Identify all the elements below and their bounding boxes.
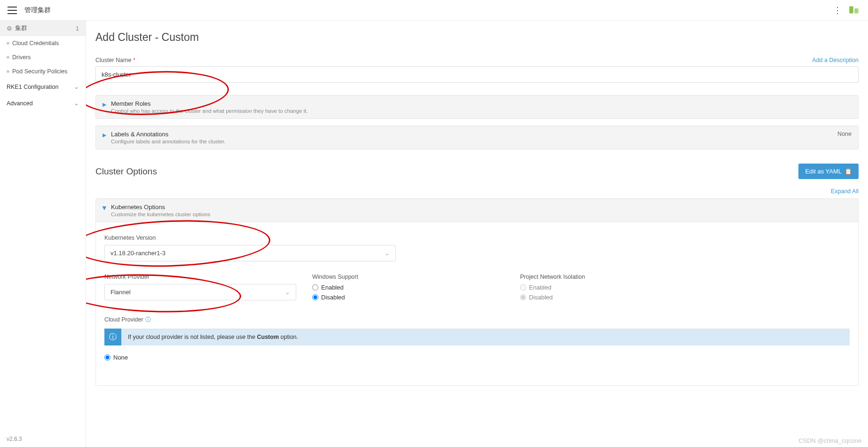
panel-subtitle: Configure labels and annotations for the… [111,139,226,144]
pni-label: Project Network Isolation [520,274,850,280]
windows-support-label: Windows Support [312,274,514,280]
windows-support-field: Windows Support Enabled Disabled [312,274,514,304]
kubernetes-version-label: Kubernetes Version [104,235,850,241]
panel-title: Kubernetes Options [111,204,210,211]
sidebar-label: Drivers [12,54,31,61]
windows-disabled-radio[interactable]: Disabled [312,294,514,301]
dot-icon [7,56,9,59]
network-provider-field: Network Provider Flannel ⌄ [104,274,307,304]
chevron-down-icon: ⌄ [285,289,290,296]
add-description-link[interactable]: Add a Description [812,57,859,63]
chevron-down-icon: ⌄ [74,100,79,107]
dot-icon [7,42,9,45]
collapse-caret-icon[interactable]: ▶ [102,206,108,210]
hamburger-menu-icon[interactable] [8,7,17,14]
panel-subtitle: Control who has access to the cluster an… [111,108,308,114]
windows-enabled-radio[interactable]: Enabled [312,284,514,291]
sidebar-item-pod-security[interactable]: Pod Security Policies [0,64,86,78]
sidebar-item-drivers[interactable]: Drivers [0,50,86,64]
expand-caret-icon[interactable]: ▶ [103,132,106,138]
kebab-menu-icon[interactable]: ⋮ [833,5,842,16]
project-network-isolation-field: Project Network Isolation Enabled Disabl… [520,274,850,304]
topbar: 管理集群 ⋮ [0,0,868,21]
cluster-count: 1 [76,25,79,32]
cloud-provider-info-banner: ⓘ If your cloud provider is not listed, … [104,329,850,345]
sidebar-label: 集群 [15,24,27,32]
topbar-left: 管理集群 [8,6,51,15]
version-label: v2.6.3 [7,436,22,442]
labels-annotations-panel[interactable]: ▶ Labels & Annotations Configure labels … [95,125,859,149]
page-title: Add Cluster - Custom [95,31,859,44]
topbar-right: ⋮ [833,4,860,16]
panel-value: None [837,131,852,137]
expand-caret-icon[interactable]: ▶ [103,102,106,108]
copy-icon: 📋 [844,168,852,175]
help-icon[interactable]: ⓘ [145,316,151,323]
sidebar: ⚙ 集群 1 Cloud Credentials Drivers Pod Sec… [0,21,86,447]
sidebar-item-cloud-credentials[interactable]: Cloud Credentials [0,36,86,50]
kubernetes-options-body: Kubernetes Version v1.18.20-rancher1-3 ⌄… [95,222,859,386]
sidebar-label: Cloud Credentials [12,40,59,47]
kubernetes-version-select[interactable]: v1.18.20-rancher1-3 ⌄ [104,245,396,261]
network-provider-select[interactable]: Flannel ⌄ [104,284,296,300]
sidebar-group-advanced[interactable]: Advanced ⌄ [0,95,86,111]
chevron-down-icon: ⌄ [74,83,79,90]
cloud-provider-none-radio[interactable]: None [104,354,850,361]
panel-title: Member Roles [111,100,308,107]
breadcrumb-title: 管理集群 [24,6,51,15]
cluster-name-input[interactable] [95,66,859,83]
select-value: Flannel [110,289,131,296]
network-provider-label: Network Provider [104,274,307,280]
sidebar-label: RKE1 Configuration [7,84,58,90]
kubernetes-options-panel-header[interactable]: ▶ Kubernetes Options Customize the kuber… [95,198,859,222]
sidebar-group-rke1[interactable]: RKE1 Configuration ⌄ [0,78,86,95]
panel-subtitle: Customize the kubernetes cluster options [111,212,210,217]
dot-icon [7,70,9,73]
required-asterisk: * [133,57,135,63]
main-content: Add Cluster - Custom Cluster Name * Add … [86,21,868,447]
cloud-provider-label: Cloud Providerⓘ [104,316,850,324]
member-roles-panel[interactable]: ▶ Member Roles Control who has access to… [95,95,859,119]
gear-icon: ⚙ [7,25,12,32]
chevron-down-icon: ⌄ [385,250,390,257]
sidebar-item-clusters[interactable]: ⚙ 集群 1 [0,21,86,36]
svg-rect-0 [849,6,853,13]
cluster-name-label: Cluster Name * [95,57,135,63]
sidebar-label: Advanced [7,100,33,107]
info-text: If your cloud provider is not listed, pl… [128,334,298,340]
expand-all-link[interactable]: Expand All [831,188,859,195]
rancher-logo-icon[interactable] [848,4,860,16]
info-icon: ⓘ [104,329,121,345]
cluster-options-heading: Cluster Options [95,166,157,177]
select-value: v1.18.20-rancher1-3 [110,250,166,257]
pni-disabled-radio[interactable]: Disabled [520,294,850,301]
pni-enabled-radio[interactable]: Enabled [520,284,850,291]
sidebar-label: Pod Security Policies [12,68,67,75]
svg-rect-1 [854,8,859,13]
edit-as-yaml-button[interactable]: Edit as YAML 📋 [798,164,859,179]
panel-title: Labels & Annotations [111,131,226,138]
